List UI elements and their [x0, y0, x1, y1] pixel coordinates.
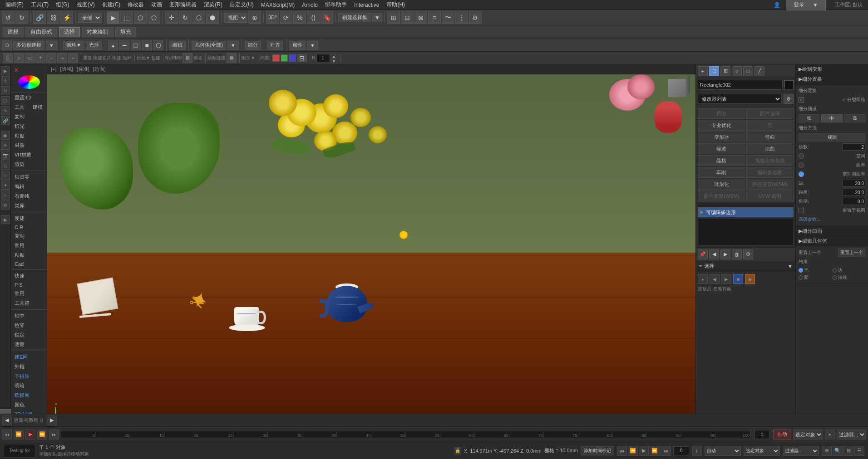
auto-key-selector[interactable]: 自动 [705, 446, 741, 456]
unlink-button[interactable]: ⛓ [47, 11, 59, 24]
nav-cube[interactable] [668, 79, 691, 102]
menu-view[interactable]: 视图(V) [73, 0, 99, 10]
menu-bigsheep[interactable]: 绑羊助手 [321, 0, 350, 10]
layer-tool[interactable]: ≡ [428, 11, 441, 24]
tab-modeling[interactable]: 建模 [3, 27, 24, 37]
expand-left[interactable]: ◀ [2, 415, 12, 425]
t6-btn[interactable]: → [57, 53, 67, 63]
slim-material[interactable]: ◉ [1, 131, 10, 140]
rm-3[interactable]: ⊠ [843, 446, 853, 456]
geo-dropdown[interactable]: ▼ [227, 41, 239, 50]
far-view-check[interactable] [799, 208, 804, 213]
use-pivot[interactable]: ⊕ [248, 11, 261, 24]
constraint-none[interactable]: ⊟ [297, 54, 307, 62]
lp-cr[interactable]: C R [11, 223, 47, 231]
auto-key-btn[interactable]: 自动 [773, 430, 791, 439]
preset-low[interactable]: 低 [799, 114, 819, 122]
menu-maxscript[interactable]: MAXScript(M) [257, 1, 299, 9]
lp-library[interactable]: 类库 [11, 201, 47, 210]
lp-oumowang[interactable]: 欧模网 [11, 391, 47, 400]
rt-start[interactable]: ⏮ [617, 446, 627, 456]
method-regular[interactable]: 规则 [799, 133, 865, 142]
far-edge-input[interactable] [843, 180, 865, 187]
slim-play[interactable]: ▶ [1, 215, 10, 224]
rp-motion[interactable]: ○ [732, 66, 742, 76]
ring-btn[interactable]: 光环 [86, 41, 102, 50]
filter-selector[interactable]: 过滤器... [783, 446, 819, 456]
lp-edit[interactable]: 编辑 [11, 182, 47, 191]
sel-dropdown[interactable]: ▼ [372, 13, 382, 22]
preset-mid[interactable]: 中 [821, 114, 842, 122]
curve-tool[interactable]: 〜 [442, 11, 454, 24]
menu-arnold[interactable]: Arnold [298, 1, 321, 9]
rp-plus[interactable]: + [698, 66, 708, 76]
scale-tool[interactable]: ⬡ [192, 11, 205, 24]
frame-input[interactable] [754, 430, 770, 439]
redo-button[interactable]: ↻ [15, 11, 28, 24]
lp-frame[interactable]: 外框 [11, 362, 47, 371]
lp-fast[interactable]: 快速 [11, 271, 47, 281]
menu-tools[interactable]: 工具(T) [27, 0, 52, 10]
angle-snap[interactable]: ⟳ [280, 11, 292, 24]
sel-vertex[interactable]: ⬥ [698, 274, 708, 284]
rt-next-frame[interactable]: ⏩ [650, 446, 660, 456]
t4-btn[interactable]: + [35, 53, 45, 63]
slim-camera[interactable]: 📷 [1, 151, 10, 160]
mod-patch-select[interactable]: 面片选择 [746, 108, 794, 119]
slim-helper[interactable]: ✦ [1, 181, 10, 190]
viewport-canvas[interactable]: ✦ ✂ X Y [47, 74, 695, 431]
menu-graph-editor[interactable]: 图形编辑器 [166, 0, 200, 10]
mod-path-deform[interactable]: 路径变形(WSM) [746, 179, 794, 190]
lp-quick[interactable]: 便捷 [11, 214, 47, 223]
mod-spherify[interactable]: 球形化 [698, 179, 745, 190]
array-tool[interactable]: ⊟ [401, 11, 414, 24]
lp-toolbox[interactable]: 工具箱 [11, 298, 47, 308]
rotate-tool[interactable]: ↻ [179, 11, 192, 24]
create-sel-btn[interactable]: 创建选择集 [338, 13, 371, 22]
viewport-edgeface[interactable]: [边面] [93, 66, 106, 73]
lp-poszero[interactable]: 位零 [11, 321, 47, 330]
constraint-x[interactable] [272, 54, 280, 62]
far-dist-input[interactable] [843, 189, 865, 196]
rp-display[interactable]: □ [743, 66, 753, 76]
select-paint[interactable]: ⬠ [148, 11, 160, 24]
far-adv-link[interactable]: 高级参数... [799, 216, 820, 223]
transport-prev[interactable]: ⏪ [14, 430, 24, 439]
move-tool[interactable]: ✛ [165, 11, 178, 24]
login-button[interactable]: 登录 ▼ [786, 0, 826, 10]
constraint-y[interactable] [281, 54, 288, 62]
bind-button[interactable]: ⚡ [60, 11, 73, 24]
far-sculpt-title[interactable]: ▶ 绘制变形 [796, 64, 868, 74]
geo-btn[interactable]: 几何体(全部) [192, 41, 226, 50]
mod-uvw[interactable]: UVW 贴图 [746, 190, 794, 201]
mod-bend[interactable]: 弯曲 [746, 132, 794, 142]
polymodel-btn[interactable]: 多边形建模 [13, 41, 44, 50]
lp-paste2[interactable]: 粘贴 [11, 250, 47, 260]
mod-extrude[interactable]: 挤出 [698, 108, 745, 119]
mod-twist[interactable]: 扭曲 [746, 143, 794, 154]
lp-material[interactable]: 材质 [11, 141, 47, 150]
so-prev[interactable]: ◀ [709, 249, 719, 259]
polymodel-dropdown[interactable]: ▼ [46, 41, 57, 50]
rm-1[interactable]: ⊕ [822, 446, 832, 456]
lp-common2[interactable]: 常用 [11, 289, 47, 298]
lp-common[interactable]: 常用 [11, 241, 47, 250]
stack-item-editable-poly[interactable]: 可编辑多边形 [698, 207, 794, 217]
lp-axisc[interactable]: 轴中 [11, 311, 47, 321]
lp-cad[interactable]: Cad [11, 260, 47, 268]
menu-customize[interactable]: 自定义(U) [226, 0, 257, 10]
slim-edit[interactable]: ✎ [1, 106, 10, 115]
so-delete[interactable]: 🗑 [732, 249, 742, 259]
scale2-tool[interactable]: ⬢ [206, 11, 219, 24]
tab-freeform[interactable]: 自由形式 [25, 27, 57, 37]
transport-next[interactable]: ⏩ [37, 430, 47, 439]
select-filter[interactable]: 全部 [78, 13, 102, 23]
far-subdiv-title[interactable]: ▶ 细分置换 [796, 74, 868, 84]
preset-high[interactable]: 高 [844, 114, 865, 122]
draw-connect-icon[interactable]: ⊠ [227, 53, 237, 63]
ribbon-tool[interactable]: ⋮ [455, 11, 468, 24]
far-curve-radio[interactable] [799, 162, 804, 168]
far-angle-input[interactable] [843, 198, 865, 205]
t1-btn[interactable]: □ [3, 53, 13, 63]
lp-jiangwang[interactable]: 建E网 [11, 352, 47, 362]
